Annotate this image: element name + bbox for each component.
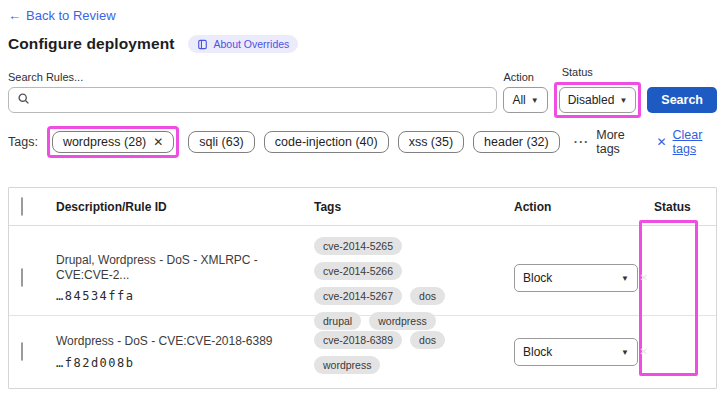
more-tags-button[interactable]: ··· More tags	[574, 128, 639, 156]
toggle-knob	[656, 354, 674, 372]
rule-tags-cell: cve-2014-5265 cve-2014-5266 cve-2014-526…	[306, 226, 506, 330]
rule-id: …f82d008b	[56, 356, 306, 370]
back-to-review-link[interactable]: ← Back to Review	[8, 8, 116, 23]
about-overrides-badge[interactable]: About Overrides	[188, 35, 298, 53]
tag-chip-wordpress[interactable]: wordpress (28) ✕	[52, 131, 174, 153]
action-label: Action	[503, 71, 547, 83]
status-dropdown-value: Disabled	[568, 93, 615, 107]
clear-tags-link[interactable]: ✕ Clear tags	[656, 128, 717, 156]
status-dropdown-highlight: Disabled ▼	[554, 82, 642, 118]
caret-down-icon: ▼	[621, 348, 629, 357]
search-icon	[17, 91, 30, 109]
rule-tag-pill: cve-2014-5265	[314, 237, 402, 255]
tags-label: Tags:	[8, 135, 38, 149]
status-label: Status	[562, 66, 642, 78]
book-icon	[197, 39, 208, 50]
rule-tag-pill: drupal	[314, 312, 361, 330]
back-link-label: Back to Review	[26, 8, 116, 23]
clear-tags-label: Clear tags	[673, 128, 717, 156]
action-select-value: Block	[523, 271, 552, 285]
rule-description: Drupal, Wordpress - DoS - XMLRPC - CVE:C…	[56, 253, 306, 282]
row-checkbox[interactable]	[21, 268, 23, 287]
rule-tag-pill: wordpress	[314, 356, 380, 374]
action-dropdown[interactable]: All ▼	[503, 87, 547, 113]
more-dots-icon: ···	[574, 135, 590, 149]
row-checkbox[interactable]	[21, 342, 23, 361]
tag-chip-code-injection[interactable]: code-injection (40)	[264, 131, 389, 153]
back-arrow-icon: ←	[8, 8, 21, 23]
page-title: Configure deployment	[8, 35, 174, 53]
table-row: Drupal, Wordpress - DoS - XMLRPC - CVE:C…	[9, 226, 716, 316]
table-header-row: Description/Rule ID Tags Action Status	[9, 188, 716, 226]
caret-down-icon: ▼	[621, 274, 629, 283]
toggle-x-icon: ✕	[640, 346, 648, 357]
toggle-knob	[656, 280, 674, 298]
rule-description-cell: Wordpress - DoS - CVE:CVE-2018-6389 …f82…	[48, 334, 306, 369]
rule-action-cell: Block ▼	[506, 264, 646, 292]
more-tags-label: More tags	[596, 128, 638, 156]
action-dropdown-value: All	[512, 93, 525, 107]
remove-tag-icon[interactable]: ✕	[153, 135, 163, 149]
caret-down-icon: ▼	[619, 96, 627, 105]
search-rules-label: Search Rules...	[8, 71, 497, 83]
select-all-checkbox[interactable]	[21, 197, 23, 216]
rule-description: Wordpress - DoS - CVE:CVE-2018-6389	[56, 334, 306, 348]
rule-tag-pill: cve-2014-5267	[314, 287, 402, 305]
about-overrides-label: About Overrides	[213, 38, 289, 50]
tag-chip-label: sqli (63)	[199, 135, 243, 149]
column-header-tags: Tags	[306, 200, 506, 214]
rule-tag-pill: dos	[410, 331, 445, 349]
selected-tag-highlight: wordpress (28) ✕	[47, 126, 179, 158]
rule-tag-pill: dos	[410, 287, 445, 305]
toggle-x-icon: ✕	[640, 272, 648, 283]
rule-action-cell: Block ▼	[506, 338, 646, 366]
configure-deployment-page: ← Back to Review Configure deployment Ab…	[0, 0, 725, 389]
search-rules-input[interactable]	[36, 92, 488, 108]
search-input-box[interactable]	[8, 87, 497, 113]
rule-tag-pill: cve-2014-5266	[314, 262, 402, 280]
column-header-status: Status	[646, 200, 716, 214]
action-select[interactable]: Block ▼	[514, 264, 638, 292]
clear-x-icon: ✕	[656, 135, 666, 149]
rule-id: …84534ffa	[56, 289, 306, 303]
tags-bar: Tags: wordpress (28) ✕ sqli (63) code-in…	[8, 126, 717, 158]
title-row: Configure deployment About Overrides	[8, 35, 717, 53]
tag-chip-xss[interactable]: xss (35)	[398, 131, 464, 153]
tag-chip-sqli[interactable]: sqli (63)	[188, 131, 254, 153]
tag-chip-label: header (32)	[484, 135, 549, 149]
search-button[interactable]: Search	[647, 87, 717, 113]
rule-tag-pill: cve-2018-6389	[314, 331, 402, 349]
column-header-action: Action	[506, 200, 646, 214]
rule-tags-cell: cve-2018-6389 dos wordpress	[306, 331, 506, 374]
caret-down-icon: ▼	[531, 96, 539, 105]
rule-tag-pill: wordpress	[369, 312, 435, 330]
tag-chip-header[interactable]: header (32)	[473, 131, 560, 153]
action-select-value: Block	[523, 345, 552, 359]
tag-chip-label: xss (35)	[409, 135, 453, 149]
tag-chip-label: code-injection (40)	[275, 135, 378, 149]
rule-description-cell: Drupal, Wordpress - DoS - XMLRPC - CVE:C…	[48, 253, 306, 303]
action-select[interactable]: Block ▼	[514, 338, 638, 366]
column-header-description: Description/Rule ID	[48, 200, 306, 214]
tag-chip-label: wordpress (28)	[63, 135, 146, 149]
filter-bar: Search Rules... Action All ▼ Status	[8, 66, 717, 113]
status-dropdown[interactable]: Disabled ▼	[559, 87, 637, 113]
rules-table: Description/Rule ID Tags Action Status D…	[8, 187, 717, 389]
